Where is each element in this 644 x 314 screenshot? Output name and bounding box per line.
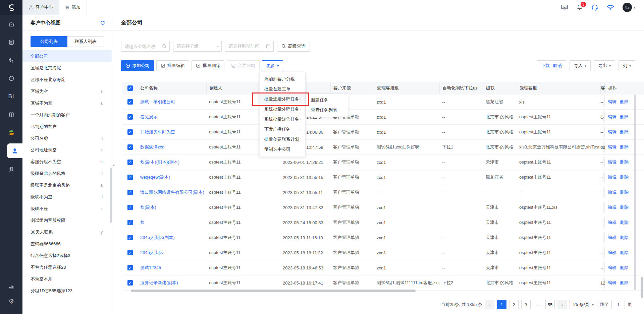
jump-page-input[interactable] (611, 300, 625, 309)
company-name-link[interactable]: 数据满满zxq (140, 144, 164, 150)
company-name-link[interactable]: 炊 (140, 219, 145, 226)
edit-link[interactable]: 编辑 (608, 189, 616, 195)
page-number-button[interactable]: 55 (545, 300, 555, 309)
row-checkbox[interactable]: ✓ (127, 220, 133, 225)
more-button[interactable]: 更多 ▾ (262, 60, 283, 71)
sidebar-view-item[interactable]: 区域不为空 a (22, 97, 112, 109)
document-icon[interactable] (0, 33, 22, 51)
submenu-item[interactable]: 新建任务 (306, 95, 348, 105)
edit-link[interactable]: 编辑 (608, 265, 616, 271)
page-number-button[interactable]: 1 (497, 300, 506, 309)
window-scrollbar[interactable] (641, 277, 643, 298)
cancel-link[interactable]: 取消 (553, 63, 562, 69)
row-checkbox[interactable]: ✓ (127, 265, 133, 270)
more-menu-item[interactable]: 批量创建工单 (260, 84, 305, 94)
row-checkbox[interactable]: ✓ (127, 190, 133, 195)
delete-link[interactable]: 删除 (620, 189, 629, 195)
edit-link[interactable]: 编辑 (608, 159, 616, 165)
add-company-button[interactable]: 添加公司 (121, 60, 154, 71)
delete-link[interactable]: 删除 (620, 144, 629, 150)
book-icon[interactable] (0, 106, 22, 124)
delete-link[interactable]: 删除 (620, 204, 629, 210)
delete-link[interactable]: 删除 (620, 99, 629, 105)
page-size-select[interactable]: 25 条/页 ▾ (570, 300, 597, 309)
next-page-button[interactable]: › (557, 300, 567, 309)
sidebar-view-item[interactable]: 区域不是北京海淀 (22, 74, 112, 85)
row-checkbox[interactable]: ✓ (127, 235, 133, 240)
company-name-link[interactable]: weqeqew(副本) (140, 174, 170, 180)
headset-icon[interactable] (591, 4, 598, 11)
sidebar-view-item[interactable]: 不包含任意选择23 (22, 261, 112, 273)
company-name-input[interactable] (125, 44, 161, 49)
delete-link[interactable]: 删除 (620, 114, 629, 120)
company-name-link[interactable]: 测试工单创建公司 (140, 99, 175, 105)
company-name-link[interactable]: 看见展示 (140, 114, 158, 120)
batch-delete-button[interactable]: 批量删除 (192, 60, 224, 71)
row-checkbox[interactable]: ✓ (127, 144, 133, 150)
page-number-button[interactable]: 2 (509, 300, 519, 309)
edit-link[interactable]: 编辑 (608, 114, 616, 120)
sidebar-view-item[interactable]: 全部公司 (22, 50, 112, 62)
sidebar-view-item[interactable]: 包含任意选择2选择3 (22, 250, 112, 261)
edit-link[interactable]: 编辑 (608, 174, 616, 180)
edit-link[interactable]: 编辑 (608, 219, 616, 226)
user-avatar[interactable]: 02 ▾ (623, 3, 635, 12)
edit-link[interactable]: 编辑 (608, 280, 616, 286)
company-name-link[interactable]: 测试12345 (140, 265, 161, 271)
sidebar-view-item[interactable]: 级联是北京的风格 f (22, 168, 112, 179)
app-marketplace-icon[interactable] (0, 124, 22, 142)
tab-add[interactable]: ⊕ 添加 (59, 0, 87, 15)
sidebar-view-item[interactable]: 级联不是北京的风格 a (22, 179, 112, 191)
sidebar-view-item[interactable]: 不为空本月 (22, 273, 112, 285)
delete-link[interactable]: 删除 (620, 159, 629, 165)
app-logo-icon[interactable] (0, 0, 22, 15)
page-number-button[interactable]: ··· (533, 300, 543, 309)
analytics-icon[interactable] (8, 284, 15, 290)
edit-link[interactable]: 编辑 (608, 250, 616, 256)
edit-link[interactable]: 编辑 (608, 99, 616, 105)
sidebar-view-item[interactable]: 级联不为空 i (22, 191, 112, 203)
sidebar-view-item[interactable]: 查询器6666666 (22, 238, 112, 250)
company-name-link[interactable]: 炊(副本) (140, 204, 156, 210)
more-menu-item[interactable]: 批量创建联系计划 (260, 134, 305, 144)
input-method-icon[interactable]: 123 (561, 4, 568, 11)
company-name-search[interactable] (121, 41, 170, 52)
delete-link[interactable]: 删除 (620, 280, 629, 286)
sidebar-view-item[interactable]: 客服分组不为空 h (22, 156, 112, 168)
submenu-item[interactable]: 查看任务列表 (306, 105, 348, 115)
more-menu-item[interactable]: 系统批量短信任务 › (260, 114, 305, 124)
chat-icon[interactable] (0, 69, 22, 87)
phone-icon[interactable] (0, 51, 22, 69)
row-checkbox[interactable]: ✓ (127, 160, 133, 165)
sidebar-collapse-icon[interactable]: ◂ (112, 160, 115, 170)
row-checkbox[interactable]: ✓ (127, 99, 133, 105)
row-checkbox[interactable]: ✓ (127, 280, 133, 286)
more-menu-item[interactable]: 系统批量外呼任务 › (260, 104, 305, 114)
horizontal-scrollbar[interactable] (131, 290, 416, 292)
edit-link[interactable]: 编辑 (608, 129, 616, 135)
bi-icon[interactable]: BI (0, 87, 22, 106)
expire-date-picker[interactable]: 请选择到期时间 (225, 41, 274, 52)
delete-link[interactable]: 删除 (620, 235, 629, 241)
delete-link[interactable]: 删除 (620, 265, 629, 271)
delete-link[interactable]: 删除 (620, 174, 629, 180)
edit-link[interactable]: 编辑 (608, 144, 616, 150)
sidebar-view-item[interactable]: 公司名称 t (22, 132, 112, 144)
row-checkbox[interactable]: ✓ (127, 114, 133, 120)
batch-edit-button[interactable]: 批量编辑 (156, 60, 189, 71)
row-checkbox[interactable]: ✓ (127, 205, 133, 210)
tab-contact-list[interactable]: 联系人列表 (67, 36, 104, 47)
download-link[interactable]: 下载 (541, 63, 550, 69)
more-menu-item[interactable]: 添加到客户分组 (260, 74, 305, 84)
sidebar-view-item[interactable]: 区域是北京海淀 (22, 62, 112, 74)
delete-link[interactable]: 删除 (620, 219, 629, 226)
tab-company-list[interactable]: 公司列表 (31, 36, 67, 47)
sidebar-view-item[interactable]: 公司地址为空 r (22, 144, 112, 156)
tab-customer-center[interactable]: 客户中心 (22, 0, 59, 15)
more-menu-item[interactable]: 批量派发外呼任务 › (260, 94, 305, 104)
customer-center-active-item[interactable] (0, 143, 22, 158)
group-select[interactable]: 请选择分组 ▾ (173, 41, 222, 52)
more-menu-item[interactable]: 复制选中公司 (260, 144, 305, 154)
sidebar-view-item[interactable]: 区域为空 s (22, 85, 112, 97)
row-checkbox[interactable]: ✓ (127, 129, 133, 135)
